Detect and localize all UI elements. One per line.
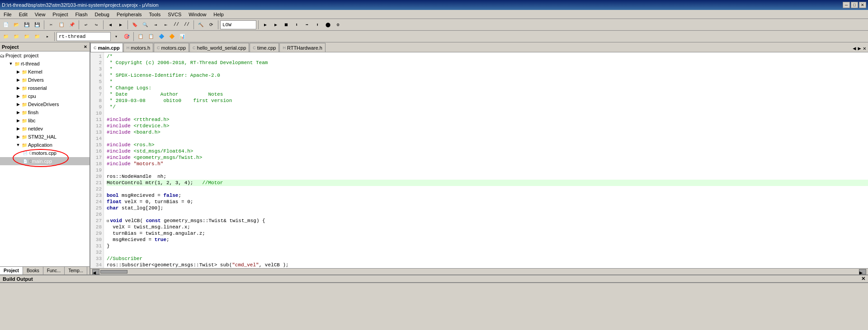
tab-scroll-right[interactable]: ▶: [858, 45, 861, 52]
step-over-button[interactable]: ➡: [302, 20, 312, 30]
tree-finsh[interactable]: ▶ 📁 finsh: [0, 108, 90, 116]
run-button[interactable]: ▶: [271, 20, 281, 30]
tree-root[interactable]: 🗂 Project: project: [0, 51, 90, 60]
tb2-target-settings[interactable]: 🎯: [122, 32, 132, 42]
settings-button[interactable]: ⚙: [333, 20, 343, 30]
tb2-btn2[interactable]: 📁: [11, 32, 21, 42]
tab-scroll-left[interactable]: ◀: [853, 45, 856, 52]
tab-motors-h[interactable]: H motors.h: [123, 43, 153, 52]
uncomment-button[interactable]: //: [182, 20, 192, 30]
expander-netdev[interactable]: ▶: [14, 125, 22, 132]
sidebar-tab-func[interactable]: Func...: [43, 267, 65, 274]
step-out-button[interactable]: ⬆: [312, 20, 322, 30]
tree-main-cpp[interactable]: 📄 C main.cpp: [0, 157, 90, 165]
scroll-thumb[interactable]: [100, 270, 127, 274]
tab-main-cpp[interactable]: C main.cpp: [90, 43, 123, 52]
maximize-button[interactable]: □: [851, 2, 858, 8]
tb2-btn10[interactable]: 🔷: [156, 32, 166, 42]
panel-icon-close[interactable]: ✕: [83, 44, 88, 50]
outdent-button[interactable]: ⇤: [161, 20, 171, 30]
copy-button[interactable]: 📋: [57, 20, 66, 30]
target-dropdown[interactable]: rt-thread: [57, 32, 111, 41]
expander-stm32hal[interactable]: ▶: [14, 133, 22, 140]
tree-rt-thread[interactable]: ▼ 📁 rt-thread: [0, 60, 90, 68]
indent-button[interactable]: ⇥: [151, 20, 160, 30]
sidebar-tab-project[interactable]: Project: [0, 267, 23, 274]
menu-edit[interactable]: Edit: [15, 10, 31, 19]
sidebar-tab-books[interactable]: Books: [23, 267, 43, 274]
find-button[interactable]: 🔍: [140, 20, 150, 30]
horizontal-scrollbar[interactable]: ◀ ▶: [90, 268, 868, 274]
rebuild-button[interactable]: ⟳: [206, 20, 216, 30]
tab-close-all[interactable]: ✕: [863, 45, 866, 52]
tree-drivers[interactable]: ▶ 📁 Drivers: [0, 76, 90, 84]
nav-back-button[interactable]: ◀: [105, 20, 115, 30]
tb2-dropdown-arrow[interactable]: ▾: [111, 32, 121, 42]
menu-view[interactable]: View: [31, 10, 49, 19]
bookmark-button[interactable]: 🔖: [130, 20, 140, 30]
expander-cpu[interactable]: ▶: [14, 93, 22, 100]
tree-devicedrivers[interactable]: ▶ 📁 DeviceDrivers: [0, 100, 90, 108]
menu-window[interactable]: Window: [185, 10, 210, 19]
tb2-btn4[interactable]: 📁: [32, 32, 42, 42]
code-content[interactable]: /* * Copyright (c) 2006-2018, RT-Thread …: [104, 52, 868, 268]
menu-svcs[interactable]: SVCS: [164, 10, 185, 19]
menu-flash[interactable]: Flash: [72, 10, 91, 19]
scroll-right-btn[interactable]: ▶: [859, 269, 866, 274]
tab-rtthardware[interactable]: H RTTHardware.h: [279, 43, 326, 52]
tb2-btn12[interactable]: 📊: [177, 32, 187, 42]
sidebar-tab-temp[interactable]: Temp...: [65, 267, 87, 274]
tree-cpu[interactable]: ▶ 📁 cpu: [0, 92, 90, 100]
stop-button[interactable]: ⏹: [281, 20, 291, 30]
menu-help[interactable]: Help: [210, 10, 227, 19]
debug-button[interactable]: ▶: [260, 20, 270, 30]
save-button[interactable]: 💾: [22, 20, 32, 30]
expander-application[interactable]: ▼: [14, 141, 22, 149]
nav-fwd-button[interactable]: ▶: [116, 20, 126, 30]
paste-button[interactable]: 📌: [67, 20, 77, 30]
close-button[interactable]: ✕: [859, 2, 866, 8]
build-button[interactable]: 🔨: [196, 20, 206, 30]
comment-button[interactable]: //: [171, 20, 181, 30]
expander-rosserial[interactable]: ▶: [14, 84, 22, 92]
tb2-btn8[interactable]: 📋: [136, 32, 146, 42]
breakpoint-button[interactable]: ⬤: [323, 20, 333, 30]
open-button[interactable]: 📂: [11, 20, 21, 30]
expander-dd[interactable]: ▶: [14, 101, 22, 108]
expander-libc[interactable]: ▶: [14, 117, 22, 124]
expander-rt-thread[interactable]: ▼: [7, 60, 14, 67]
tab-hello-serial[interactable]: C hello_world_serial.cpp: [189, 43, 249, 52]
expander-drivers[interactable]: ▶: [14, 76, 22, 84]
expander-finsh[interactable]: ▶: [14, 109, 22, 116]
scroll-left-btn[interactable]: ◀: [92, 269, 99, 274]
tab-motors-cpp[interactable]: C motors.cpp: [154, 43, 189, 52]
menu-file[interactable]: File: [0, 10, 15, 19]
tab-time-cpp[interactable]: C time.cpp: [250, 43, 279, 52]
menu-tools[interactable]: Tools: [146, 10, 165, 19]
menu-peripherals[interactable]: Peripherals: [113, 10, 146, 19]
tree-application[interactable]: ▼ 📁 Application: [0, 141, 90, 149]
tree-motors-cpp[interactable]: 📄 C motors.cpp: [0, 149, 90, 157]
tree-libc[interactable]: ▶ 📁 libc: [0, 116, 90, 125]
scroll-track[interactable]: [100, 270, 858, 274]
tb2-btn11[interactable]: 🔶: [167, 32, 177, 42]
tree-rosserial[interactable]: ▶ 📁 rosserial: [0, 84, 90, 92]
save-all-button[interactable]: 💾: [32, 20, 42, 30]
menu-project[interactable]: Project: [49, 10, 71, 19]
build-output-close[interactable]: ✕: [861, 276, 865, 282]
minimize-button[interactable]: ─: [843, 2, 850, 8]
undo-button[interactable]: ↩: [81, 20, 91, 30]
tb2-btn9[interactable]: 📋: [146, 32, 156, 42]
build-config-dropdown[interactable]: LOW: [220, 20, 256, 29]
tb2-btn1[interactable]: 📁: [1, 32, 11, 42]
tree-kernel[interactable]: ▶ 📁 Kernel: [0, 68, 90, 76]
expander-kernel[interactable]: ▶: [14, 68, 22, 75]
menu-debug[interactable]: Debug: [91, 10, 113, 19]
tree-netdev[interactable]: ▶ 📁 netdev: [0, 125, 90, 133]
new-file-button[interactable]: 📄: [1, 20, 11, 30]
redo-button[interactable]: ↪: [91, 20, 101, 30]
tb2-btn3[interactable]: 📁: [22, 32, 32, 42]
tree-stm32hal[interactable]: ▶ 📁 STM32_HAL: [0, 133, 90, 141]
cut-button[interactable]: ✂: [46, 20, 56, 30]
step-into-button[interactable]: ⬇: [292, 20, 302, 30]
